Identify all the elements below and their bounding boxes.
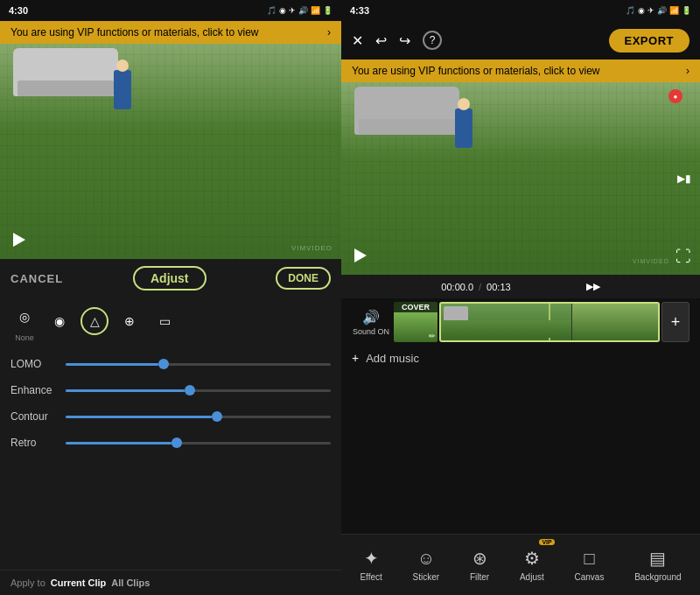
cancel-button[interactable]: CANCEL [10, 272, 63, 285]
cover-label: COVER [394, 302, 438, 312]
top-nav: ✕ ↩ ↪ ? EXPORT [341, 21, 700, 60]
tool-adjust[interactable]: ⚙ VIP Adjust [516, 542, 548, 587]
export-button[interactable]: EXPORT [609, 29, 690, 52]
enhance-thumb[interactable] [185, 385, 195, 396]
left-status-icons: 🎵 ◉ ✈ 🔊 📶 🔋 [267, 6, 332, 15]
left-status-bar: 4:30 🎵 ◉ ✈ 🔊 📶 🔋 [0, 0, 341, 21]
right-video-preview: VIMVIDEO ⛶ ▶▮ [341, 82, 700, 275]
fullscreen-button[interactable]: ⛶ [676, 248, 691, 266]
retro-thumb[interactable] [172, 438, 182, 448]
apply-to-label: Apply to [10, 578, 46, 588]
sound-label: Sound ON [353, 327, 389, 336]
bottom-toolbar: ✦ Effect ☺ Sticker ⊛ Filter ⚙ VIP Adjust… [341, 534, 700, 595]
spacer [341, 370, 700, 534]
help-button[interactable]: ? [423, 31, 442, 50]
right-play-triangle [354, 248, 367, 262]
left-panel: 4:30 🎵 ◉ ✈ 🔊 📶 🔋 You are using VIP funct… [0, 0, 341, 595]
next-frame-button[interactable]: ▶▮ [677, 172, 691, 185]
track-content: COVER ✏ + [394, 302, 690, 342]
filter-more-circle: ▭ [150, 307, 178, 335]
enhance-fill [66, 389, 185, 392]
timeline-track: 🔊 Sound ON COVER ✏ + [341, 298, 700, 346]
sound-control[interactable]: 🔊 Sound ON [352, 309, 390, 336]
apply-current-clip[interactable]: Current Clip [51, 578, 107, 588]
add-music-row[interactable]: + Add music [341, 346, 700, 370]
sticker-icon: ☺ [417, 549, 435, 569]
right-vip-banner[interactable]: You are using VIP functions or materials… [341, 60, 700, 82]
right-status-icons: 🎵 ◉ ✈ 🔊 📶 🔋 [626, 6, 691, 15]
filter-icon: ⊛ [472, 548, 487, 569]
lomo-track[interactable] [66, 363, 331, 366]
adjust-label: Adjust [520, 572, 544, 582]
left-play-button[interactable] [9, 229, 30, 250]
tool-effect[interactable]: ✦ Effect [356, 542, 385, 587]
left-vip-banner-text: You are using VIP functions or materials… [10, 26, 258, 38]
tool-sticker[interactable]: ☺ Sticker [410, 543, 444, 587]
filter-icons-row: ◎ None ◉ △ ⊕ ▭ [0, 298, 341, 347]
current-time: 00:00.0 [441, 282, 473, 292]
adjust-icon: ⚙ [524, 548, 540, 569]
forward-icon[interactable]: ▶▶ [586, 281, 600, 292]
right-vip-banner-text: You are using VIP functions or materials… [352, 65, 599, 77]
lomo-fill [66, 363, 158, 366]
right-panel: 4:33 🎵 ◉ ✈ 🔊 📶 🔋 ✕ ↩ ↪ ? EXPORT You are … [341, 0, 700, 595]
lomo-slider-row: LOMO [10, 351, 331, 377]
van-shape [13, 48, 118, 96]
lomo-thumb[interactable] [158, 359, 169, 369]
apply-all-clips[interactable]: All Clips [111, 578, 150, 588]
filter-vignette[interactable]: ◉ [46, 307, 74, 338]
nav-left-group: ✕ ↩ ↪ ? [352, 31, 442, 50]
filter-none[interactable]: ◎ None [10, 303, 38, 342]
filter-contrast[interactable]: △ [80, 307, 108, 338]
right-vip-chevron: › [686, 65, 690, 77]
tool-filter[interactable]: ⊛ Filter [466, 542, 493, 587]
effect-icon: ✦ [364, 548, 379, 569]
close-button[interactable]: ✕ [352, 32, 363, 49]
right-watermark: VIMVIDEO [633, 258, 669, 264]
contour-thumb[interactable] [212, 411, 222, 422]
add-music-icon: + [352, 351, 359, 365]
enhance-track[interactable] [66, 389, 331, 392]
cover-thumbnail[interactable]: COVER ✏ [394, 302, 438, 342]
time-separator: / [479, 282, 481, 292]
tool-background[interactable]: ▤ Background [631, 542, 684, 587]
effect-label: Effect [360, 572, 382, 582]
canvas-label: Canvas [575, 572, 605, 582]
filter-more[interactable]: ▭ [150, 307, 178, 338]
redo-button[interactable]: ↪ [399, 32, 410, 49]
contour-label: Contour [10, 410, 59, 423]
adjust-toolbar: CANCEL Adjust DONE [0, 259, 341, 298]
record-indicator [668, 89, 682, 103]
figure-shape [114, 70, 131, 109]
background-icon: ▤ [649, 548, 666, 569]
undo-button[interactable]: ↩ [375, 32, 387, 49]
clip-second-frame [571, 304, 658, 340]
add-clip-button[interactable]: + [662, 302, 690, 342]
cover-edit-icon: ✏ [429, 332, 436, 340]
filter-vignette-circle: ◉ [46, 307, 74, 335]
filter-label: Filter [470, 572, 489, 582]
enhance-label: Enhance [10, 384, 59, 396]
tool-canvas[interactable]: □ Canvas [571, 543, 608, 587]
left-video-preview: VIMVIDEO [0, 44, 341, 259]
right-status-time: 4:33 [350, 5, 369, 16]
adjust-active-button[interactable]: Adjust [133, 266, 206, 290]
done-button[interactable]: DONE [276, 267, 331, 290]
contour-track[interactable] [66, 416, 331, 418]
background-label: Background [634, 572, 681, 582]
filter-warmth[interactable]: ⊕ [116, 307, 144, 338]
video-clip-thumbnail[interactable] [439, 302, 660, 342]
filter-warmth-circle: ⊕ [116, 307, 144, 335]
filter-none-label: None [15, 333, 34, 342]
left-vip-banner[interactable]: You are using VIP functions or materials… [0, 21, 341, 44]
right-play-button[interactable] [350, 245, 371, 266]
timeline-area: 00:00.0 / 00:13 ▶▶ [341, 275, 700, 298]
enhance-slider-row: Enhance [10, 377, 331, 403]
retro-track[interactable] [66, 442, 331, 444]
contour-slider-row: Contour [10, 403, 331, 430]
apply-to-row: Apply to Current Clip All Clips [0, 570, 341, 595]
left-play-triangle [13, 233, 25, 247]
right-figure-shape [455, 108, 472, 148]
left-vip-chevron: › [327, 26, 331, 38]
filter-contrast-circle: △ [80, 307, 108, 335]
